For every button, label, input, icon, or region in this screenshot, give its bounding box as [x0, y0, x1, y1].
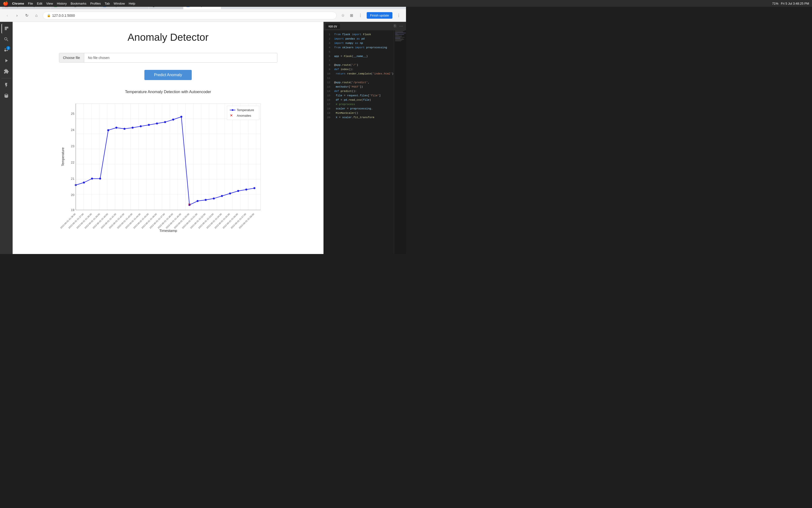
extensions-icon[interactable]: [1, 67, 11, 76]
svg-text:2023-06-01 01:53:00: 2023-06-01 01:53:00: [198, 213, 214, 229]
svg-point-44: [123, 128, 125, 130]
svg-text:2023-06-01 01:43:00: 2023-06-01 01:43:00: [117, 213, 133, 229]
menu-help[interactable]: Help: [129, 2, 135, 5]
svg-text:2023-06-01 01:38:00: 2023-06-01 01:38:00: [76, 213, 92, 229]
svg-text:2023-06-01 01:42:00: 2023-06-01 01:42:00: [108, 213, 125, 229]
svg-text:2023-06-01 01:55:00: 2023-06-01 01:55:00: [214, 213, 230, 229]
svg-rect-88: [227, 106, 259, 120]
code-content: 1from flask import Flask 2import pandas …: [324, 30, 406, 122]
svg-point-45: [131, 127, 133, 129]
svg-text:Timestamp: Timestamp: [159, 228, 177, 232]
svg-text:25: 25: [71, 112, 74, 116]
svg-text:20: 20: [71, 193, 74, 197]
predict-anomaly-button[interactable]: Predict Anomaly: [145, 70, 192, 80]
address-input[interactable]: 🔒 127.0.0.1:5000: [43, 12, 336, 19]
svg-point-51: [180, 116, 182, 118]
code-editor: 1from flask import Flask 2import pandas …: [324, 30, 406, 254]
choose-file-button[interactable]: Choose file: [59, 53, 84, 62]
menu-bookmarks[interactable]: Bookmarks: [71, 2, 86, 5]
svg-text:2023-06-01 01:51:00: 2023-06-01 01:51:00: [181, 213, 198, 229]
more-actions-icon[interactable]: ⋯: [398, 24, 404, 28]
test-icon[interactable]: [1, 80, 11, 90]
menu-tab[interactable]: Tab: [105, 2, 110, 5]
source-control-icon[interactable]: 2: [1, 45, 11, 55]
page-title: Anomaly Detector: [128, 32, 209, 43]
menu-history[interactable]: History: [57, 2, 67, 5]
svg-text:2023-06-01 01:44:00: 2023-06-01 01:44:00: [124, 213, 141, 229]
url-display: 127.0.0.1:5000: [52, 13, 75, 17]
chart-container: Temperature Anomaly Detection with Autoe…: [59, 90, 277, 234]
menu-view[interactable]: View: [46, 2, 53, 5]
svg-point-56: [221, 195, 223, 197]
svg-text:2023-06-01 01:37:00: 2023-06-01 01:37:00: [68, 213, 84, 229]
svg-text:2023-06-01 01:52:00: 2023-06-01 01:52:00: [190, 213, 206, 229]
svg-text:2023-06-01 01:40:00: 2023-06-01 01:40:00: [92, 213, 109, 229]
svg-point-49: [164, 121, 166, 123]
svg-point-57: [229, 193, 231, 194]
menu-profiles[interactable]: Profiles: [90, 2, 101, 5]
svg-text:2023-06-01 01:47:00: 2023-06-01 01:47:00: [149, 213, 165, 229]
reload-button[interactable]: ↻: [23, 12, 30, 19]
svg-text:2023-06-01 01:58:00: 2023-06-01 01:58:00: [238, 213, 255, 229]
svg-text:22: 22: [71, 161, 74, 164]
svg-point-90: [232, 109, 233, 111]
svg-text:Temperature: Temperature: [237, 109, 254, 112]
menu-file[interactable]: File: [28, 2, 33, 5]
finish-update-button[interactable]: Finish update: [367, 12, 393, 19]
home-button[interactable]: ⌂: [33, 12, 40, 19]
bookmark-icon[interactable]: ☆: [339, 12, 346, 19]
svg-text:Temperature: Temperature: [61, 147, 65, 166]
editor-tab-active[interactable]: app.py: [325, 24, 340, 29]
svg-text:✕: ✕: [188, 202, 191, 207]
source-control-badge: 2: [6, 46, 10, 50]
database-icon[interactable]: [1, 91, 11, 101]
svg-text:21: 21: [71, 177, 74, 180]
svg-text:24: 24: [71, 128, 74, 132]
svg-text:19: 19: [71, 208, 74, 212]
svg-text:2023-06-01 01:49:00: 2023-06-01 01:49:00: [165, 213, 182, 229]
search-sidebar-icon[interactable]: [1, 35, 11, 44]
split-editor-icon[interactable]: ⎘: [393, 24, 397, 28]
forward-button[interactable]: ›: [13, 12, 21, 19]
svg-point-58: [237, 190, 239, 192]
back-button[interactable]: ‹: [4, 12, 11, 19]
svg-point-54: [205, 199, 206, 201]
menu-edit[interactable]: Edit: [37, 2, 42, 5]
editor-minimap: [394, 30, 406, 254]
apple-menu[interactable]: 🍎: [3, 1, 8, 6]
file-name-display: No file chosen: [84, 56, 277, 60]
svg-text:2023-06-01 01:54:00: 2023-06-01 01:54:00: [206, 213, 222, 229]
chart-title: Temperature Anomaly Detection with Autoe…: [59, 90, 277, 94]
svg-text:2023-06-01 01:56:00: 2023-06-01 01:56:00: [222, 213, 239, 229]
address-bar: ‹ › ↻ ⌂ 🔒 127.0.0.1:5000 ☆ ⊞ ⋮ Finish up…: [0, 9, 406, 22]
menu-window[interactable]: Window: [114, 2, 125, 5]
svg-point-42: [107, 129, 109, 131]
run-debug-icon[interactable]: [1, 56, 11, 66]
svg-point-48: [156, 123, 158, 124]
svg-text:2023-06-01 01:41:00: 2023-06-01 01:41:00: [100, 213, 117, 229]
vscode-editor-panel: app.py ⎘ ⋯ 1from flask import Flask 2imp…: [324, 22, 406, 254]
svg-point-53: [197, 200, 199, 202]
vscode-activity-bar: 2: [0, 22, 13, 254]
svg-text:2023-06-01 01:46:00: 2023-06-01 01:46:00: [141, 213, 157, 229]
svg-text:2023-06-01 01:45:00: 2023-06-01 01:45:00: [133, 213, 149, 229]
svg-text:2023-06-01 01:57:00: 2023-06-01 01:57:00: [230, 213, 247, 229]
svg-point-55: [213, 198, 215, 200]
svg-point-59: [245, 188, 247, 190]
svg-point-39: [83, 181, 85, 183]
customize-icon[interactable]: ⋮: [357, 12, 364, 19]
extension-icon[interactable]: ⊞: [348, 12, 355, 19]
svg-text:2023-06-01 01:48:00: 2023-06-01 01:48:00: [157, 213, 173, 229]
explorer-icon[interactable]: [1, 24, 11, 34]
svg-point-47: [148, 124, 150, 126]
svg-point-60: [253, 187, 255, 189]
svg-text:2023-06-01 01:50:00: 2023-06-01 01:50:00: [173, 213, 190, 229]
svg-point-40: [91, 178, 93, 179]
file-section: Choose file No file chosen: [59, 53, 277, 62]
chart-svg: 19 20 21 22 23 24 25 Temperature: [59, 98, 277, 234]
lock-icon: 🔒: [47, 13, 51, 17]
app-name[interactable]: Chrome: [12, 2, 24, 5]
svg-text:23: 23: [71, 144, 74, 148]
file-input-row: Choose file No file chosen: [59, 53, 277, 62]
menu-icon[interactable]: ⋮: [395, 12, 402, 19]
